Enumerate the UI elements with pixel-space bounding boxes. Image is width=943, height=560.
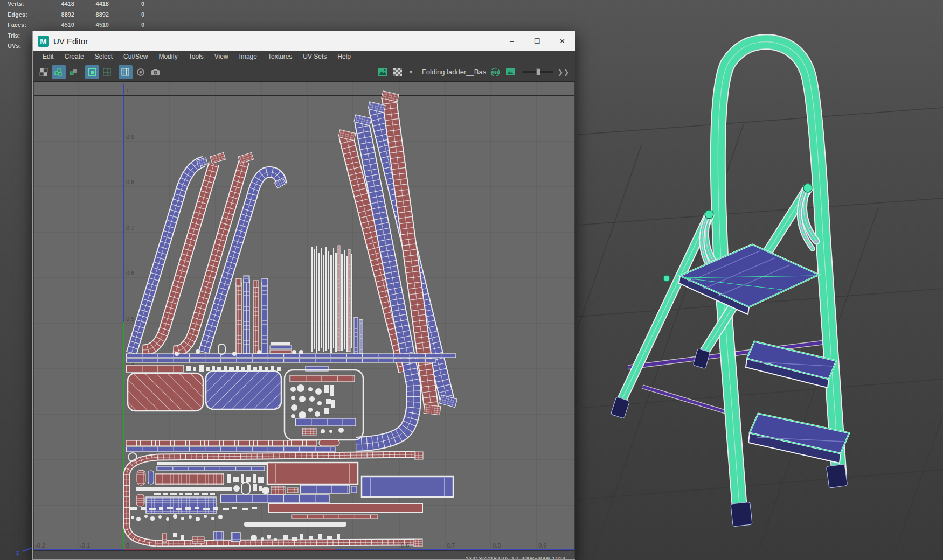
exposure-slider-handle[interactable] <box>536 68 540 75</box>
menu-tools[interactable]: Tools <box>183 51 209 62</box>
texture-image-icon[interactable] <box>376 65 390 79</box>
exposure-slider[interactable] <box>522 71 553 73</box>
grid-label: 1 <box>126 88 129 94</box>
step-forward-icon[interactable]: ❯❯ <box>558 68 570 76</box>
rgb-channels-icon[interactable]: RGB <box>488 65 502 79</box>
maximize-button[interactable]: ☐ <box>524 31 550 51</box>
grid-label: 0 <box>126 542 129 549</box>
uv-toolbar: ▼ Folding ladder__Base RGB ❯❯ <box>33 62 575 82</box>
grid-label: 0.6 <box>126 270 134 276</box>
image-display-icon[interactable] <box>503 65 517 79</box>
ladder-foot <box>826 464 847 488</box>
menu-select[interactable]: Select <box>89 51 118 62</box>
grid-label: 0.8 <box>126 179 134 185</box>
minimize-button[interactable]: – <box>499 31 524 51</box>
checker-map-icon[interactable] <box>391 65 405 79</box>
menu-textures[interactable]: Textures <box>262 51 297 62</box>
uv-snapshot-icon[interactable] <box>149 65 163 79</box>
hinge-knob <box>663 275 670 282</box>
uv-shell-move-icon[interactable] <box>67 65 81 79</box>
grid-label: 0.5 <box>126 316 134 322</box>
menu-create[interactable]: Create <box>59 51 89 62</box>
uv-shell-edit-icon[interactable] <box>52 65 66 79</box>
status-readout: 13413/4418 UVs 1:1 4096x4096 1024 <box>466 556 565 559</box>
titlebar[interactable]: M UV Editor – ☐ ✕ <box>33 31 575 51</box>
svg-text:RGB: RGB <box>491 70 500 74</box>
wireframe-uv-display-icon[interactable] <box>100 65 114 79</box>
ladder-foot <box>693 348 710 368</box>
window-title: UV Editor <box>53 37 88 46</box>
close-button[interactable]: ✕ <box>550 31 575 51</box>
dim-image-icon[interactable] <box>134 65 148 79</box>
shaded-uv-display-icon[interactable] <box>85 65 99 79</box>
menu-image[interactable]: Image <box>234 51 262 62</box>
hud-row: Edges:889288920 <box>8 11 144 22</box>
menu-help[interactable]: Help <box>332 51 356 62</box>
texture-name-label[interactable]: Folding ladder__Base <box>422 68 486 76</box>
hinge-knob <box>705 210 713 219</box>
checker-grid-display-icon[interactable] <box>119 65 133 79</box>
menu-modify[interactable]: Modify <box>153 51 183 62</box>
hud-row: Verts:441844180 <box>8 1 144 11</box>
menu-edit[interactable]: Edit <box>37 51 59 62</box>
ladder-foot <box>611 397 629 418</box>
uv-statusbar: 13413/4418 UVs 1:1 4096x4096 1024 <box>34 550 574 559</box>
menu-cut-sew[interactable]: Cut/Sew <box>118 51 153 62</box>
grid-label: 0.6 <box>401 542 409 549</box>
ladder-foot <box>731 502 752 527</box>
menubar: EditCreateSelectCut/SewModifyToolsViewIm… <box>33 51 575 62</box>
grid-label: 0.8 <box>493 542 501 549</box>
chevron-down-icon[interactable]: ▼ <box>408 69 413 75</box>
menu-uv-sets[interactable]: UV Sets <box>297 51 332 62</box>
grid-label: 0.7 <box>447 542 455 549</box>
grid-label: -0.2 <box>35 542 45 549</box>
menu-view[interactable]: View <box>209 51 234 62</box>
grid-label: 0.7 <box>126 225 134 231</box>
hinge-knob <box>803 184 812 192</box>
svg-text:z: z <box>16 549 19 556</box>
maya-logo-icon: M <box>38 36 49 47</box>
grid-label: 0.9 <box>126 134 134 140</box>
grid-label: -0.1 <box>80 542 90 549</box>
tile-layout-icon[interactable] <box>37 65 51 79</box>
uv-canvas[interactable]: 10.90.80.70.60.50.4 -0.2-0.100.60.70.80.… <box>34 82 574 550</box>
uv-editor-window: M UV Editor – ☐ ✕ EditCreateSelectCut/Se… <box>32 31 575 560</box>
maya-application: Yxz Verts:441844180Edges:889288920Faces:… <box>0 0 943 560</box>
grid-label: 0.9 <box>538 542 546 549</box>
